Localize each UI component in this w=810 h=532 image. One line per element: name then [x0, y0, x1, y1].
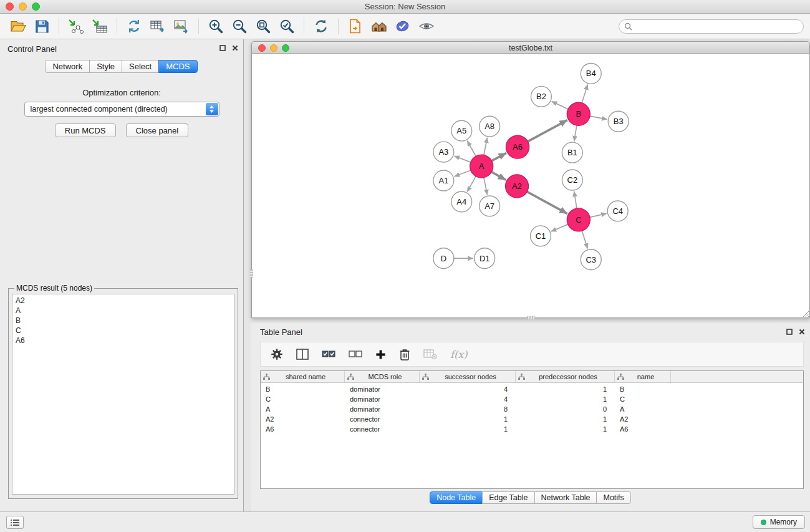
node-B[interactable]: B — [567, 102, 590, 125]
table-row-b[interactable]: Bdominator41B — [261, 384, 803, 394]
node-B2[interactable]: B2 — [531, 86, 551, 107]
network-window-titlebar[interactable]: testGlobe.txt — [251, 41, 810, 54]
column-header-predecessor-nodes[interactable]: predecessor nodes — [516, 371, 615, 382]
edge-A6-B[interactable] — [528, 120, 567, 142]
tab-mcds[interactable]: MCDS — [158, 60, 197, 73]
show-hide-button[interactable] — [415, 16, 438, 37]
zoom-out-button[interactable] — [228, 16, 251, 37]
node-A6[interactable]: A6 — [506, 135, 529, 158]
table-settings-button[interactable] — [271, 348, 283, 360]
column-header-name[interactable]: name — [615, 371, 671, 382]
edge-A-A1[interactable] — [455, 170, 471, 177]
node-C[interactable]: C — [567, 208, 590, 231]
resize-handle-bottom[interactable] — [527, 316, 535, 319]
result-item-a2[interactable]: A2 — [16, 296, 231, 306]
node-C4[interactable]: C4 — [607, 201, 628, 221]
network-canvas[interactable]: B4B2BB3A5A8A6B1A3AC2A1A2A4A7C4CC1C3DD1 — [251, 54, 810, 318]
node-A4[interactable]: A4 — [451, 191, 472, 212]
result-item-a[interactable]: A — [16, 306, 231, 316]
open-session-button[interactable] — [6, 16, 30, 37]
edge-A-A2[interactable] — [491, 172, 506, 180]
edge-C-C4[interactable] — [590, 213, 607, 217]
result-item-a6[interactable]: A6 — [16, 336, 231, 346]
node-A2[interactable]: A2 — [506, 175, 529, 198]
close-table-panel-button[interactable] — [799, 329, 805, 335]
tab-style[interactable]: Style — [89, 60, 122, 73]
edge-A-A5[interactable] — [467, 141, 476, 157]
node-C3[interactable]: C3 — [581, 249, 601, 270]
edge-B-B1[interactable] — [574, 125, 577, 141]
tab-select[interactable]: Select — [122, 60, 159, 73]
deselect-all-button[interactable] — [349, 349, 362, 359]
edge-A-A8[interactable] — [484, 138, 488, 155]
node-B4[interactable]: B4 — [581, 63, 601, 84]
node-C2[interactable]: C2 — [562, 170, 582, 190]
zoom-fit-button[interactable] — [251, 16, 275, 37]
search-input[interactable] — [635, 21, 803, 32]
edge-A2-C[interactable] — [527, 191, 567, 213]
node-A8[interactable]: A8 — [480, 116, 500, 137]
zoom-selected-button[interactable] — [275, 16, 299, 37]
node-D1[interactable]: D1 — [475, 248, 495, 269]
run-mcds-button[interactable]: Run MCDS — [55, 123, 116, 137]
criterion-dropdown[interactable]: largest connected component (directed) — [24, 102, 219, 117]
edge-C-C2[interactable] — [574, 191, 577, 208]
tab-edge-table[interactable]: Edge Table — [482, 491, 534, 504]
node-A3[interactable]: A3 — [433, 142, 454, 162]
edge-C-C1[interactable] — [551, 225, 568, 231]
show-columns-button[interactable] — [296, 349, 309, 360]
tab-node-table[interactable]: Node Table — [430, 491, 483, 504]
save-session-button[interactable] — [30, 16, 54, 37]
edge-A-A4[interactable] — [467, 177, 476, 192]
edge-B-B3[interactable] — [590, 116, 607, 119]
node-A1[interactable]: A1 — [433, 170, 454, 191]
memory-button[interactable]: Memory — [753, 515, 805, 529]
open-network-file-button[interactable] — [344, 16, 367, 37]
close-panel-button[interactable]: Close panel — [126, 123, 189, 137]
import-network-button[interactable] — [64, 16, 88, 37]
table-row-a6[interactable]: A6connector11A6 — [261, 424, 803, 434]
delete-column-button[interactable] — [399, 348, 410, 360]
table-row-a[interactable]: Adominator80A — [261, 404, 803, 414]
select-all-button[interactable] — [322, 349, 335, 359]
refresh-view-button[interactable] — [309, 16, 333, 37]
resize-handle-left[interactable] — [250, 269, 253, 278]
export-network-button[interactable] — [122, 16, 146, 37]
edge-B-B4[interactable] — [582, 85, 587, 104]
export-table-button[interactable] — [146, 16, 170, 37]
float-table-panel-button[interactable] — [786, 329, 793, 335]
node-A7[interactable]: A7 — [480, 196, 500, 216]
edge-A-A6[interactable] — [491, 153, 506, 161]
node-D[interactable]: D — [433, 248, 454, 269]
apply-style-button[interactable] — [391, 16, 415, 37]
table-row-c[interactable]: Cdominator41C — [261, 394, 803, 404]
task-history-button[interactable] — [6, 516, 24, 529]
tab-network[interactable]: Network — [45, 60, 90, 73]
result-item-b[interactable]: B — [16, 316, 231, 326]
tab-motifs[interactable]: Motifs — [596, 491, 630, 504]
column-header-shared-name[interactable]: shared name — [261, 371, 345, 382]
column-header-mcds-role[interactable]: MCDS role — [345, 371, 420, 382]
result-item-c[interactable]: C — [16, 326, 231, 336]
function-builder-button[interactable]: f(x) — [450, 349, 467, 360]
float-panel-button[interactable] — [219, 45, 226, 51]
node-C1[interactable]: C1 — [531, 226, 551, 246]
node-A5[interactable]: A5 — [451, 120, 472, 141]
edge-B-B2[interactable] — [552, 102, 568, 109]
node-A[interactable]: A — [470, 155, 493, 178]
column-header-successor-nodes[interactable]: successor nodes — [420, 371, 516, 382]
edge-C-C3[interactable] — [582, 231, 587, 249]
resize-handle-corner[interactable] — [803, 311, 809, 317]
node-B3[interactable]: B3 — [608, 111, 629, 132]
add-column-button[interactable] — [375, 349, 386, 360]
edge-A-A7[interactable] — [484, 178, 488, 195]
import-table-button[interactable] — [88, 16, 112, 37]
zoom-in-button[interactable] — [204, 16, 228, 37]
home-button[interactable] — [367, 16, 391, 37]
edge-A-A3[interactable] — [455, 156, 471, 162]
table-row-a2[interactable]: A2connector11A2 — [261, 414, 803, 424]
close-control-panel-button[interactable] — [232, 45, 238, 51]
tab-network-table[interactable]: Network Table — [534, 491, 597, 504]
export-image-button[interactable] — [170, 16, 193, 37]
node-B1[interactable]: B1 — [562, 142, 582, 163]
